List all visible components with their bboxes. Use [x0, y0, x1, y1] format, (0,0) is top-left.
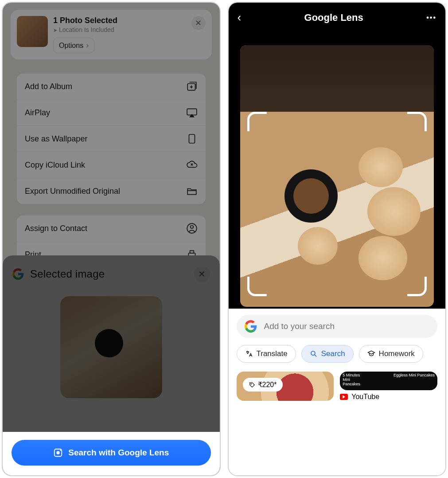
share-header-card: 1 Photo Selected Location Is Included Op…	[11, 10, 212, 59]
action-label: Add to Album	[25, 82, 72, 91]
price-value: ₹220*	[258, 380, 277, 389]
google-logo-icon	[12, 268, 24, 280]
sheet-title: Selected image	[30, 268, 105, 280]
translate-icon	[245, 350, 253, 358]
result-card-2[interactable]: 5 Minutes Mini Pancakes Eggless Mini Pan…	[340, 372, 437, 390]
svg-point-10	[60, 450, 61, 451]
youtube-icon	[340, 394, 348, 400]
chip-label: Homework	[379, 349, 415, 358]
mode-chips: Translate Search Homework	[237, 345, 438, 363]
more-menu-button[interactable]: •••	[426, 14, 436, 22]
crop-handle-tl[interactable]	[247, 112, 267, 131]
sheet-close-button[interactable]: ✕	[194, 266, 210, 282]
album-add-icon	[186, 81, 198, 92]
action-label: AirPlay	[25, 108, 50, 118]
action-assign-contact[interactable]: Assign to Contact	[17, 215, 206, 242]
chip-search[interactable]: Search	[301, 345, 354, 363]
action-label: Use as Wallpaper	[25, 134, 87, 144]
action-icloud-link[interactable]: Copy iCloud Link	[17, 152, 206, 178]
chip-label: Translate	[257, 349, 288, 358]
chip-translate[interactable]: Translate	[237, 345, 296, 363]
chip-label: Search	[321, 349, 345, 358]
action-wallpaper[interactable]: Use as Wallpaper	[17, 126, 206, 152]
lens-icon	[53, 448, 63, 458]
airplay-icon	[186, 107, 198, 118]
crop-handle-br[interactable]	[407, 277, 427, 296]
result-source: YouTube	[340, 393, 437, 401]
search-bar[interactable]	[237, 315, 438, 338]
share-title: 1 Photo Selected	[53, 16, 206, 25]
image-viewer[interactable]	[240, 45, 434, 307]
result-card-1[interactable]: ₹220*	[237, 372, 334, 401]
svg-rect-2	[189, 134, 195, 143]
share-subtitle: Location Is Included	[53, 26, 206, 33]
app-brand: Google Lens	[304, 12, 363, 24]
contact-icon	[186, 223, 198, 234]
action-label: Assign to Contact	[25, 224, 87, 233]
svg-point-9	[57, 451, 60, 454]
search-with-google-lens-button[interactable]: Search with Google Lens	[12, 440, 211, 466]
action-airplay[interactable]: AirPlay	[17, 100, 206, 126]
cta-label: Search with Google Lens	[68, 448, 169, 458]
wallpaper-icon	[186, 133, 198, 145]
chip-homework[interactable]: Homework	[359, 345, 423, 363]
cta-bar: Search with Google Lens	[3, 432, 220, 475]
google-lens-screen: ‹ Google Lens ••• Translate	[228, 2, 447, 476]
results-row: ₹220* 5 Minutes Mini Pancakes Eggless Mi…	[237, 372, 438, 401]
selected-image-preview	[60, 296, 162, 398]
lens-viewer-area: ‹ Google Lens •••	[229, 3, 446, 309]
lens-results-panel: Translate Search Homework ₹220*	[229, 309, 446, 475]
options-button[interactable]: Options	[53, 38, 94, 53]
homework-icon	[367, 350, 375, 358]
card2-left-text: 5 Minutes Mini Pancakes	[343, 373, 360, 387]
ios-share-screen: 1 Photo Selected Location Is Included Op…	[2, 2, 221, 476]
google-logo-icon	[245, 320, 257, 333]
share-thumbnail	[17, 16, 48, 47]
tag-icon	[249, 382, 255, 388]
share-actions-group-1: Add to Album AirPlay Use as Wallpaper Co…	[17, 74, 206, 204]
svg-point-12	[250, 383, 251, 384]
card2-right-text: Eggless Mini Pancakes	[393, 373, 435, 378]
crop-overlay[interactable]	[247, 112, 427, 296]
source-label: YouTube	[351, 393, 379, 401]
close-icon[interactable]: ✕	[191, 16, 206, 30]
action-export-original[interactable]: Export Unmodified Original	[17, 178, 206, 204]
crop-handle-tr[interactable]	[407, 112, 427, 131]
action-add-to-album[interactable]: Add to Album	[17, 74, 206, 100]
price-tag: ₹220*	[243, 378, 283, 392]
svg-rect-6	[190, 251, 194, 253]
search-input[interactable]	[264, 321, 430, 331]
action-label: Export Unmodified Original	[25, 187, 120, 196]
action-label: Copy iCloud Link	[25, 161, 85, 170]
folder-icon	[186, 185, 198, 197]
svg-point-11	[311, 351, 315, 355]
crop-handle-bl[interactable]	[247, 277, 267, 296]
search-icon	[310, 350, 318, 358]
back-button[interactable]: ‹	[238, 11, 242, 24]
svg-point-4	[190, 226, 193, 229]
icloud-link-icon	[186, 159, 198, 171]
